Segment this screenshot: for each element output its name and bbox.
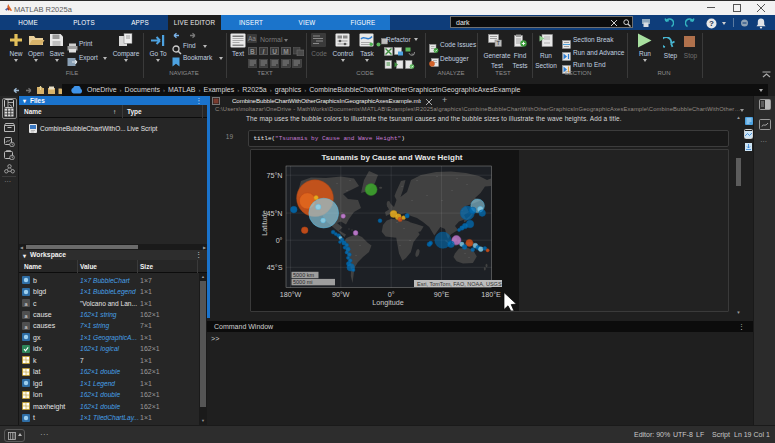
- svg-text:Aa: Aa: [248, 35, 256, 42]
- svg-text:Longitude: Longitude: [372, 298, 404, 307]
- svg-text:Latitude: Latitude: [260, 210, 269, 236]
- svg-text:180°E: 180°E: [481, 290, 501, 299]
- svg-text:75°N: 75°N: [266, 171, 282, 180]
- svg-text:?: ?: [709, 19, 714, 28]
- svg-text:Esri, TomTom, FAO, NOAA, USGS: Esri, TomTom, FAO, NOAA, USGS: [417, 281, 502, 287]
- svg-text:180°W: 180°W: [280, 290, 302, 299]
- svg-text:45°S: 45°S: [267, 263, 283, 272]
- svg-text:90°E: 90°E: [434, 290, 450, 299]
- svg-text:5000 km: 5000 km: [293, 272, 315, 278]
- svg-text:0°: 0°: [276, 236, 283, 245]
- svg-text:5000 mi: 5000 mi: [293, 279, 313, 285]
- svg-text:Tsunamis by Cause and Wave Hei: Tsunamis by Cause and Wave Height: [322, 153, 463, 162]
- svg-text:90°W: 90°W: [332, 290, 350, 299]
- svg-text:45°N: 45°N: [266, 209, 282, 218]
